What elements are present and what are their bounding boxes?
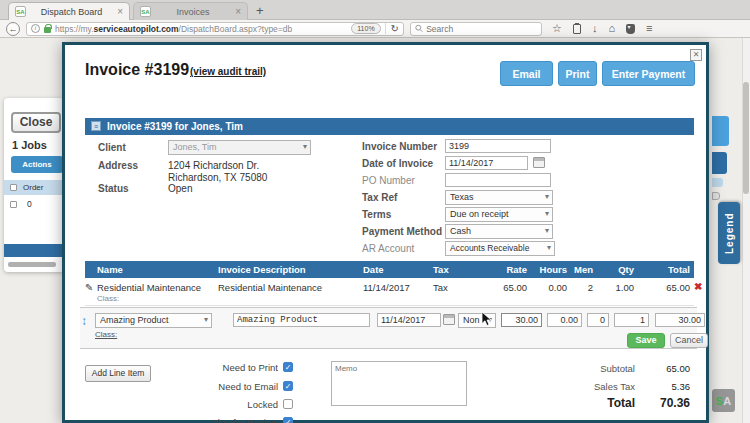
item-qty: 1.00 (593, 282, 634, 293)
item-date: 11/14/2017 (363, 282, 410, 293)
zoom-level-badge[interactable]: 110% (351, 23, 380, 34)
total-value: 70.36 (638, 396, 690, 410)
edit-qty-input[interactable] (614, 313, 649, 327)
terms-label: Terms (362, 209, 391, 220)
item-class-label: Class: (97, 294, 119, 303)
drag-handle-icon[interactable]: ↕ (81, 314, 87, 328)
screen: SA Dispatch Board × SA Invoices × + ← i … (0, 0, 750, 423)
invoice-number-label: Invoice Number (362, 141, 437, 152)
delete-row-icon[interactable]: ✖ (694, 281, 702, 292)
scrollbar-thumb[interactable] (743, 82, 749, 194)
email-button[interactable]: Email (500, 61, 553, 86)
bookmark-star-icon[interactable]: ☆ (552, 23, 562, 34)
tax-ref-select[interactable]: Texas▾ (445, 190, 553, 205)
po-number-label: PO Number (362, 175, 415, 186)
edit-hours-input[interactable] (547, 313, 582, 327)
item-description: Residential Maintenance (218, 282, 322, 293)
chevron-down-icon: ▾ (204, 315, 208, 324)
edit-name-value: Amazing Product (100, 315, 169, 325)
edit-rate-input[interactable] (501, 313, 542, 327)
url-domain: serviceautopilot.com (94, 24, 179, 34)
sa-favicon-icon: SA (140, 6, 151, 17)
chevron-down-icon: ▾ (545, 192, 549, 201)
address-line1: 1204 Richardson Dr. (168, 160, 259, 171)
tax-ref-label: Tax Ref (362, 192, 397, 203)
need-to-print-label: Need to Print (165, 362, 278, 373)
search-box[interactable] (410, 22, 542, 36)
edit-class-link[interactable]: Class: (95, 330, 117, 339)
url-bar[interactable]: i https://my.serviceautopilot.com/Dispat… (26, 22, 404, 36)
item-rate: 65.00 (465, 282, 527, 293)
jobs-table-row: 0 (4, 197, 64, 211)
jobs-count-label: 1 Jobs (12, 139, 47, 151)
chevron-down-icon: ▾ (547, 243, 551, 252)
edit-name-select[interactable]: Amazing Product▾ (95, 313, 212, 328)
save-button[interactable]: Save (627, 333, 665, 348)
date-of-invoice-input[interactable] (445, 156, 528, 170)
url-path: /DispatchBoard.aspx?type=db (179, 24, 293, 34)
new-tab-button[interactable]: + (256, 3, 264, 18)
info-icon[interactable]: i (31, 24, 40, 33)
edit-total-input[interactable] (655, 313, 705, 327)
view-audit-trail-link[interactable]: (view audit trail) (190, 66, 266, 77)
menu-icon[interactable]: ≡ (646, 23, 652, 34)
flag-for-review-checkbox[interactable] (283, 417, 293, 423)
edit-date-input[interactable] (377, 313, 441, 327)
select-all-checkbox[interactable] (10, 184, 17, 191)
print-button[interactable]: Print (558, 61, 597, 86)
lock-icon (44, 27, 51, 33)
calendar-icon[interactable] (443, 314, 455, 325)
terms-select[interactable]: Due on receipt▾ (445, 207, 553, 222)
subtotal-value: 65.00 (638, 363, 690, 374)
close-button[interactable]: Close (11, 112, 61, 133)
shield-icon[interactable] (626, 24, 635, 34)
edit-men-input[interactable] (587, 313, 609, 327)
col-rate: Rate (465, 261, 527, 278)
calendar-icon[interactable] (533, 157, 545, 168)
edit-description-input[interactable] (233, 313, 370, 327)
item-tax: Tax (433, 282, 448, 293)
locked-label: Locked (165, 399, 278, 410)
panel-scrollbar[interactable] (8, 262, 56, 267)
ar-account-label: AR Account (362, 243, 414, 254)
col-hours: Hours (527, 261, 567, 278)
payment-method-select[interactable]: Cash▾ (445, 224, 553, 239)
add-line-item-button[interactable]: Add Line Item (85, 365, 151, 382)
memo-textarea[interactable] (331, 361, 467, 406)
sales-tax-label: Sales Tax (545, 381, 635, 392)
home-icon[interactable]: ⌂ (608, 23, 615, 34)
reload-icon[interactable]: ↻ (385, 23, 399, 34)
client-select[interactable]: Jones, Tim▾ (168, 140, 311, 155)
invoice-number-input[interactable] (445, 139, 551, 153)
ar-account-select[interactable]: Accounts Receivable▾ (445, 241, 555, 256)
back-icon[interactable]: ← (6, 22, 20, 36)
clipboard-icon[interactable] (573, 24, 581, 34)
actions-button[interactable]: Actions (11, 156, 63, 173)
tab-invoices[interactable]: SA Invoices × (133, 2, 248, 20)
logo-letter-s: S (716, 395, 723, 407)
cancel-button[interactable]: Cancel (670, 333, 708, 348)
enter-payment-button[interactable]: Enter Payment (602, 61, 695, 86)
tab-title: Invoices (156, 7, 230, 17)
edit-pencil-icon[interactable]: ✎ (85, 282, 93, 293)
search-icon (415, 24, 423, 33)
background-checkbox-fragment (712, 192, 720, 200)
edit-tax-value: Non (463, 315, 480, 325)
tab-title: Dispatch Board (31, 7, 112, 17)
tab-close-icon[interactable]: × (117, 6, 123, 17)
po-number-input[interactable] (445, 173, 551, 187)
tab-dispatch-board[interactable]: SA Dispatch Board × (8, 2, 130, 20)
panel-footer-bar (4, 244, 64, 257)
sa-favicon-icon: SA (15, 6, 26, 17)
need-to-print-checkbox[interactable] (283, 362, 293, 372)
url-prefix: https://my. (55, 24, 94, 34)
row-checkbox[interactable] (10, 201, 17, 208)
locked-checkbox[interactable] (283, 399, 293, 409)
need-to-email-checkbox[interactable] (283, 381, 293, 391)
download-icon[interactable]: ↓ (592, 23, 598, 34)
col-name: Name (97, 261, 123, 278)
modal-close-icon[interactable]: ✕ (690, 49, 702, 61)
search-input[interactable] (426, 24, 537, 34)
tab-close-icon[interactable]: × (235, 6, 241, 17)
legend-tab[interactable]: Legend (718, 202, 740, 264)
